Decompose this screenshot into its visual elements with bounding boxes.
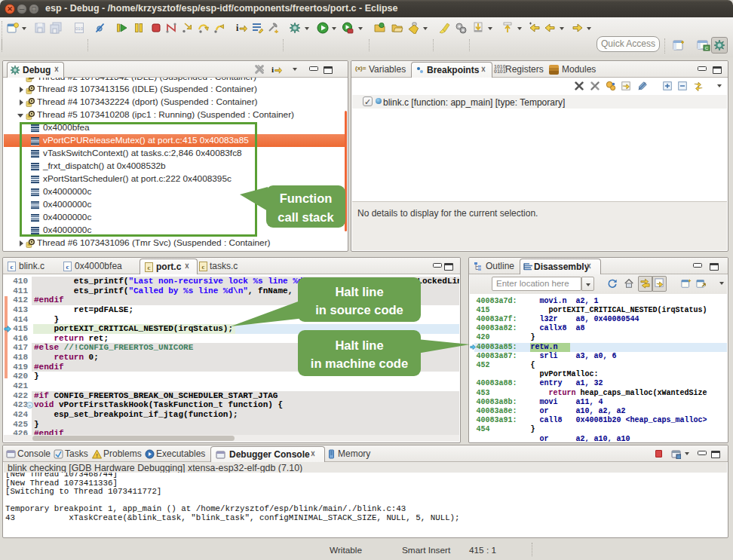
svg-text:C: C	[705, 46, 709, 50]
svg-text:010: 010	[75, 26, 84, 31]
svg-text:!: !	[96, 452, 97, 459]
svg-text:i: i	[236, 23, 239, 33]
svg-text:i: i	[271, 65, 274, 74]
